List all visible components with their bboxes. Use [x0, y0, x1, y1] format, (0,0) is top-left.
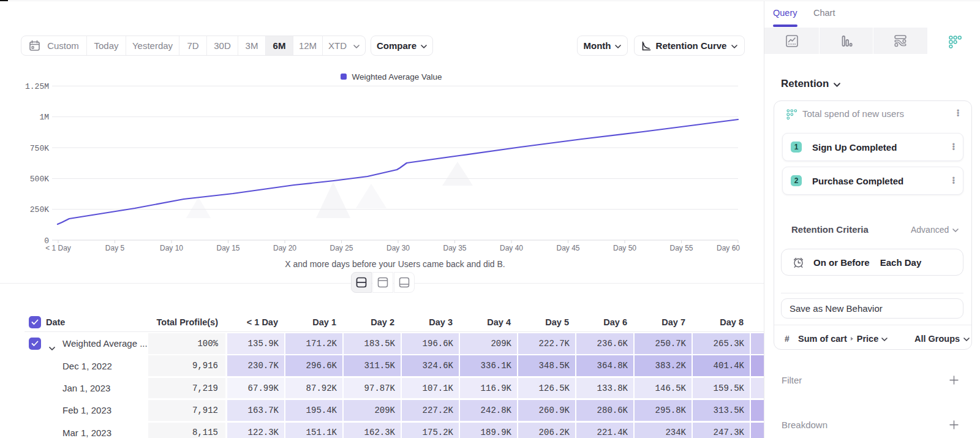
svg-text:Day 35: Day 35 [443, 244, 466, 252]
svg-text:Day 5: Day 5 [105, 244, 125, 252]
svg-text:250K: 250K [30, 205, 49, 214]
svg-text:Day 55: Day 55 [669, 244, 693, 252]
svg-text:Day 15: Day 15 [216, 244, 239, 252]
svg-text:Day 50: Day 50 [613, 244, 636, 252]
svg-text:Day 30: Day 30 [386, 244, 410, 252]
svg-text:1.25M: 1.25M [25, 82, 49, 91]
svg-text:1M: 1M [39, 113, 49, 122]
svg-text:Day 60: Day 60 [717, 244, 740, 252]
svg-text:Day 25: Day 25 [330, 244, 353, 252]
svg-text:Day 20: Day 20 [273, 244, 296, 252]
svg-text:750K: 750K [30, 144, 49, 153]
svg-text:Day 40: Day 40 [500, 244, 523, 252]
svg-text:< 1 Day: < 1 Day [45, 244, 71, 252]
svg-text:Day 10: Day 10 [160, 244, 183, 252]
svg-text:Day 45: Day 45 [556, 244, 579, 252]
svg-text:500K: 500K [30, 175, 49, 184]
